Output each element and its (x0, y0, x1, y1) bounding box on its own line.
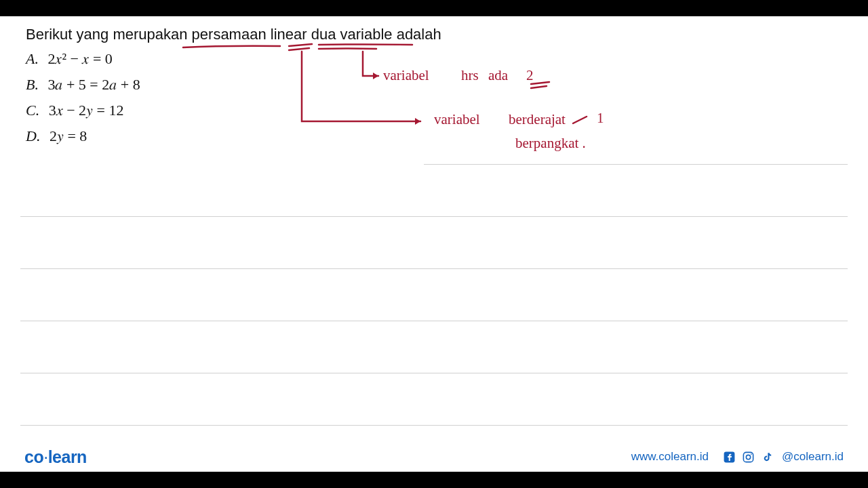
whiteboard-content: Berikut yang merupakan persamaan linear … (0, 16, 868, 472)
option-b-letter: B. (26, 76, 39, 93)
annotation-text-ada: ada (488, 67, 508, 84)
svg-marker-1 (373, 73, 378, 79)
footer-bar: co·learn www.colearn.id @colearn.id (0, 442, 868, 472)
annotation-text-berpangkat: berpangkat . (515, 135, 586, 152)
tiktok-icon (760, 450, 774, 464)
svg-rect-3 (743, 452, 753, 462)
facebook-icon (722, 450, 736, 464)
option-b: B. 3𝑎 + 5 = 2𝑎 + 8 (26, 76, 140, 94)
ruled-line (20, 216, 848, 217)
annotation-text-variabel-2: variabel (434, 111, 480, 128)
ruled-line (424, 164, 848, 165)
ruled-line (20, 425, 848, 426)
option-a-equation: 2𝑥² − 𝑥 = 0 (47, 50, 112, 67)
option-b-equation: 3𝑎 + 5 = 2𝑎 + 8 (47, 76, 140, 93)
instagram-icon (741, 450, 755, 464)
option-d: D. 2𝑦 = 8 (26, 127, 140, 145)
option-a-letter: A. (26, 50, 39, 67)
footer-url: www.colearn.id (631, 450, 709, 464)
annotation-text-berderajat: berderajat (509, 111, 566, 128)
annotation-text-variabel-1: variabel (383, 67, 429, 84)
svg-marker-0 (415, 118, 420, 125)
option-d-letter: D. (26, 127, 40, 144)
colearn-logo: co·learn (24, 447, 87, 467)
footer-handle: @colearn.id (782, 450, 844, 464)
letterbox-top (0, 0, 868, 16)
option-c-equation: 3𝑥 − 2𝑦 = 12 (49, 102, 124, 119)
annotation-text-hrs: hrs (461, 67, 479, 84)
option-a: A. 2𝑥² − 𝑥 = 0 (26, 50, 140, 68)
option-c-letter: C. (26, 102, 39, 119)
logo-co: co (24, 447, 43, 466)
option-c: C. 3𝑥 − 2𝑦 = 12 (26, 102, 140, 119)
svg-point-4 (746, 455, 750, 459)
ruled-line (20, 268, 848, 269)
ruled-line (20, 321, 848, 321)
option-d-equation: 2𝑦 = 8 (50, 127, 87, 144)
answer-options: A. 2𝑥² − 𝑥 = 0 B. 3𝑎 + 5 = 2𝑎 + 8 C. 3𝑥 … (26, 50, 140, 153)
footer-socials: www.colearn.id @colearn.id (631, 450, 844, 464)
question-text: Berikut yang merupakan persamaan linear … (26, 26, 441, 43)
svg-point-5 (751, 453, 752, 455)
ruled-line (20, 373, 848, 373)
annotation-text-1: 1 (597, 110, 604, 127)
logo-learn: learn (48, 447, 87, 466)
letterbox-bottom (0, 472, 868, 488)
annotation-text-2: 2 (526, 67, 534, 84)
